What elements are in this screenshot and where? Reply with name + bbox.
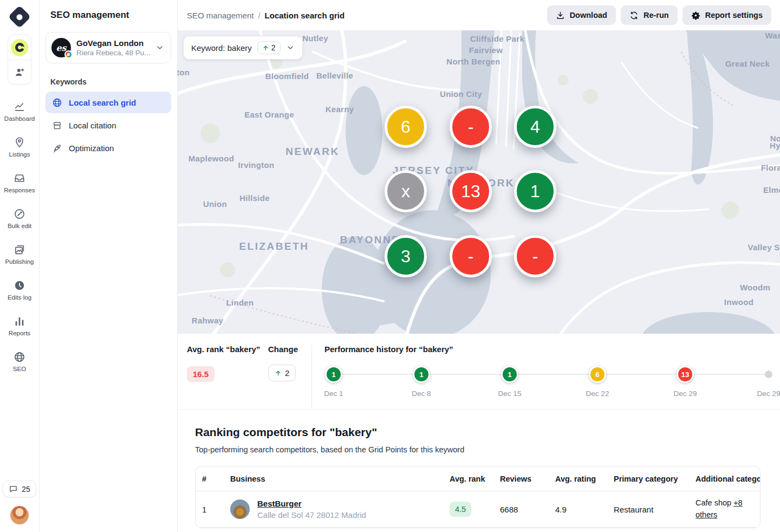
rank-cell: 1 (196, 505, 224, 514)
business-meta: BestBurgerCalle del Sol 47 28012 Madrid (257, 499, 366, 520)
button-label: Download (570, 11, 607, 20)
rail-item-label: Bulk edit (8, 223, 31, 229)
breadcrumb-separator: / (258, 11, 260, 20)
keywords-section-label: Keywords (46, 77, 171, 86)
button-label: Re-run (644, 11, 669, 20)
person-add-icon (14, 67, 25, 78)
business-photo (230, 499, 250, 519)
location-grid-map[interactable]: NutleyCliffside ParkFairviewNorth Bergen… (178, 30, 780, 334)
sidebar: SEO management es GoVegan London Riera R… (40, 0, 178, 532)
user-avatar[interactable] (10, 506, 29, 524)
history-point[interactable]: 1 (325, 366, 342, 383)
history-end-dot (765, 371, 772, 378)
rail-item-reports[interactable]: Reports (9, 315, 30, 336)
rocket-icon (52, 143, 62, 153)
grid-point[interactable]: - (450, 106, 492, 148)
business-name-link[interactable]: BestBurger (257, 499, 366, 508)
column-header: Additional categor (689, 475, 760, 483)
refresh-icon (629, 11, 639, 20)
sidebar-item-local-search-grid[interactable]: Local search grid (46, 92, 171, 113)
stats-strip: Avg. rank “bakery” 16.5 Change 2 Perform… (178, 334, 780, 410)
sidebar-item-label: Local citation (69, 121, 116, 130)
rail-item-label: Listings (9, 151, 30, 158)
sidebar-item-optimization[interactable]: Optimization (46, 137, 171, 159)
globe-icon (52, 98, 62, 108)
rail-item-listings[interactable]: Listings (9, 137, 30, 158)
grid-point[interactable]: x (385, 170, 427, 212)
timeline-line (334, 374, 768, 375)
chat-count: 25 (22, 485, 30, 494)
keyword-change-pill: 2 (257, 41, 281, 54)
history-point[interactable]: 1 (501, 366, 518, 383)
re-run-button[interactable]: Re-run (621, 5, 678, 25)
history-point[interactable]: 6 (589, 366, 606, 383)
grid-point[interactable]: 13 (450, 170, 492, 212)
keyword-selector[interactable]: Keyword: bakery 2 (183, 36, 303, 60)
rail-item-responses[interactable]: Responses (4, 172, 35, 193)
rail-item-edits-log[interactable]: Edits log (8, 280, 31, 301)
history-point[interactable]: 1 (413, 366, 430, 383)
arrow-up-icon (262, 44, 269, 51)
arrow-up-icon (275, 369, 282, 377)
competitors-subtitle: Top-performing search competitors, based… (195, 445, 760, 454)
sidebar-item-label: Local search grid (69, 98, 136, 107)
history-point[interactable]: 13 (677, 366, 694, 383)
competitors-table: #BusinessAvg. rankReviewsAvg. ratingPrim… (195, 466, 760, 528)
rail-item-seo[interactable]: SEO (13, 351, 26, 372)
reports-icon (14, 315, 25, 327)
active-workspace-avatar[interactable] (8, 35, 31, 60)
business-cell: BestBurgerCalle del Sol 47 28012 Madrid (224, 499, 443, 520)
business-name: GoVegan London (76, 38, 150, 48)
history-date-label: Dec 1 (324, 390, 343, 398)
chat-bubble-icon (9, 484, 18, 494)
additional-categories-link[interactable]: +8 others (696, 498, 743, 519)
download-button[interactable]: Download (547, 5, 616, 25)
workspace-logo-icon (11, 39, 28, 56)
grid-point[interactable]: 1 (514, 170, 556, 212)
seo-icon (14, 351, 25, 363)
rail-item-bulk-edit[interactable]: Bulk edit (8, 208, 31, 229)
grid-point[interactable]: 4 (514, 106, 556, 148)
additional-categories-cell: Cafe shop +8 others (689, 497, 760, 521)
dashboard-icon (14, 101, 25, 113)
change-value: 2 (285, 368, 289, 378)
avg-rank-label: Avg. rank “bakery” (187, 345, 268, 354)
history-date-label: Dec 15 (498, 390, 522, 398)
grid-point[interactable]: - (450, 235, 492, 277)
column-header: Reviews (493, 475, 549, 483)
storefront-icon (52, 120, 62, 131)
rail-item-dashboard[interactable]: Dashboard (4, 101, 35, 122)
business-address: Riera Rebeca, 48 Pu... (76, 49, 150, 57)
download-icon (556, 11, 565, 20)
sidebar-item-local-citation[interactable]: Local citation (46, 114, 171, 136)
responses-icon (14, 172, 25, 184)
rail-nav: DashboardListingsResponsesBulk editPubli… (4, 101, 35, 372)
sidebar-title: SEO management (46, 10, 171, 21)
history-timeline: 1Dec 11Dec 81Dec 156Dec 2213Dec 29Dec 29 (324, 366, 780, 407)
avg-rating-cell: 4.9 (549, 505, 607, 514)
google-badge-icon (64, 50, 73, 59)
column-header: Avg. rating (549, 475, 607, 483)
avg-rank-pill: 4.5 (450, 502, 471, 517)
rail-item-label: Responses (4, 187, 35, 193)
column-header: Business (224, 475, 443, 483)
chat-counter-button[interactable]: 25 (3, 481, 36, 497)
listings-icon (14, 137, 25, 148)
grid-point[interactable]: 6 (385, 106, 427, 148)
table-row[interactable]: 1BestBurgerCalle del Sol 47 28012 Madrid… (196, 491, 760, 528)
business-selector[interactable]: es GoVegan London Riera Rebeca, 48 Pu... (46, 32, 171, 63)
business-logo: es (51, 38, 71, 57)
avg-rank-value: 16.5 (187, 366, 214, 382)
table-header-row: #BusinessAvg. rankReviewsAvg. ratingPrim… (196, 466, 760, 491)
publishing-icon (14, 244, 25, 256)
breadcrumb-parent[interactable]: SEO management (187, 11, 253, 20)
diamond-logo-icon (8, 5, 31, 28)
report-settings-button[interactable]: Report settings (682, 5, 771, 25)
grid-point[interactable]: 3 (385, 235, 427, 277)
grid-point[interactable]: - (514, 235, 556, 277)
add-workspace-button[interactable] (8, 60, 31, 84)
rail-item-publishing[interactable]: Publishing (5, 244, 34, 265)
chevron-down-icon (155, 43, 164, 52)
rail-item-label: SEO (13, 366, 26, 372)
table-body: 1BestBurgerCalle del Sol 47 28012 Madrid… (196, 491, 760, 528)
